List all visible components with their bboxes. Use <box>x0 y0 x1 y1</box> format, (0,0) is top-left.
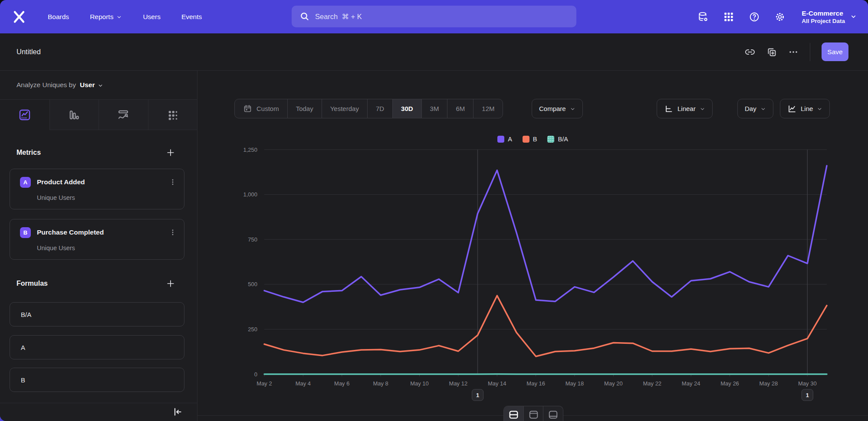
svg-text:May 12: May 12 <box>449 380 468 387</box>
project-selector[interactable]: E-Commerce All Project Data <box>802 9 857 24</box>
date-range-control: CustomTodayYesterday7D30D3M6M12M <box>234 99 503 118</box>
chart-type-label: Line <box>801 105 813 112</box>
chart-type-button[interactable]: Line <box>780 99 830 118</box>
svg-text:May 2: May 2 <box>256 380 272 387</box>
svg-text:May 6: May 6 <box>334 380 349 387</box>
range-3m[interactable]: 3M <box>422 99 448 118</box>
kebab-menu-icon[interactable] <box>168 228 177 237</box>
search-icon <box>299 11 310 22</box>
interval-label: Day <box>745 105 756 112</box>
formula-card[interactable]: A <box>10 335 184 359</box>
svg-text:1,000: 1,000 <box>243 191 257 198</box>
add-metric-icon[interactable] <box>166 148 175 157</box>
svg-text:May 20: May 20 <box>604 380 623 387</box>
chart-panel: CustomTodayYesterday7D30D3M6M12M Compare… <box>197 71 868 421</box>
layout-toggle-group <box>503 406 563 421</box>
metric-card[interactable]: BPurchase CompletedUnique Users <box>10 219 184 260</box>
analyze-by-selector[interactable]: User <box>80 81 103 89</box>
tab-flows[interactable] <box>99 100 148 130</box>
annotation-badge[interactable]: 1 <box>802 389 813 401</box>
layout-table-view-button[interactable] <box>543 406 563 421</box>
svg-text:1,250: 1,250 <box>243 147 257 153</box>
nav-item-reports[interactable]: Reports <box>90 13 122 21</box>
chart-legend: ABB/A <box>197 136 868 143</box>
divider <box>810 43 810 61</box>
analyze-by-value: User <box>80 81 95 89</box>
app-window: BoardsReportsUsersEvents <box>0 0 868 421</box>
metric-subtitle: Unique Users <box>37 245 75 251</box>
range-yesterday[interactable]: Yesterday <box>322 99 368 118</box>
compare-label: Compare <box>539 105 566 112</box>
tab-funnels[interactable] <box>49 100 99 130</box>
legend-label: B <box>533 136 537 143</box>
legend-label: B/A <box>558 136 568 143</box>
interval-button[interactable]: Day <box>737 99 773 118</box>
global-search <box>292 6 576 27</box>
chevron-down-icon <box>116 14 122 20</box>
legend-label: A <box>508 136 512 143</box>
trend-line-chart[interactable]: 02505007501,0001,25011May 2May 4May 6May… <box>197 147 868 415</box>
report-title[interactable]: Untitled <box>16 48 41 56</box>
svg-text:750: 750 <box>248 236 257 243</box>
annotation-badge[interactable]: 1 <box>472 389 483 401</box>
settings-gear-icon[interactable] <box>774 11 786 23</box>
svg-text:1: 1 <box>806 392 809 398</box>
divider <box>0 403 197 403</box>
svg-text:May 24: May 24 <box>682 380 700 387</box>
range-6m[interactable]: 6M <box>447 99 473 118</box>
report-header: Untitled Save <box>0 33 868 71</box>
mixpanel-logo-icon[interactable] <box>11 9 27 25</box>
svg-text:May 8: May 8 <box>373 380 388 387</box>
search-input[interactable] <box>292 6 576 27</box>
project-name: E-Commerce <box>802 9 845 17</box>
nav-item-events[interactable]: Events <box>181 13 202 21</box>
more-options-icon[interactable] <box>788 47 799 57</box>
collapse-sidebar-icon[interactable] <box>172 406 183 418</box>
metric-name: Purchase Completed <box>37 228 168 236</box>
report-type-tabs <box>0 100 197 130</box>
chevron-down-icon <box>700 106 705 111</box>
layout-split-view-button[interactable] <box>504 406 524 421</box>
svg-text:May 26: May 26 <box>720 380 739 387</box>
tab-retention[interactable] <box>148 100 197 130</box>
svg-text:May 16: May 16 <box>526 380 545 387</box>
svg-text:1: 1 <box>476 392 479 398</box>
scale-button[interactable]: Linear <box>657 99 713 118</box>
data-management-icon[interactable] <box>697 11 709 23</box>
project-scope: All Project Data <box>802 18 845 24</box>
range-today[interactable]: Today <box>288 99 322 118</box>
range-7d[interactable]: 7D <box>368 99 393 118</box>
chevron-down-icon <box>817 106 822 111</box>
nav-item-boards[interactable]: Boards <box>48 13 69 21</box>
range-12m[interactable]: 12M <box>473 99 503 118</box>
duplicate-icon[interactable] <box>766 47 777 57</box>
range-30d[interactable]: 30D <box>393 99 422 118</box>
copy-link-icon[interactable] <box>745 47 755 57</box>
legend-item[interactable]: B/A <box>547 136 568 143</box>
nav-item-users[interactable]: Users <box>143 13 160 21</box>
metric-card[interactable]: AProduct AddedUnique Users <box>10 169 184 209</box>
formula-label: A <box>21 344 25 351</box>
save-button[interactable]: Save <box>822 42 848 61</box>
formulas-header: Formulas <box>16 276 175 291</box>
formula-card[interactable]: B/A <box>10 302 184 326</box>
series-line-a <box>264 166 827 302</box>
metrics-header: Metrics <box>16 145 175 160</box>
range-custom[interactable]: Custom <box>235 99 288 118</box>
apps-grid-icon[interactable] <box>723 11 734 23</box>
help-icon[interactable] <box>749 11 760 23</box>
legend-item[interactable]: A <box>497 136 512 143</box>
tab-insights[interactable] <box>0 100 49 130</box>
analyze-by-row: Analyze Uniques by User <box>0 71 197 100</box>
legend-swatch <box>497 136 504 143</box>
compare-button[interactable]: Compare <box>532 99 583 118</box>
layout-chart-view-button[interactable] <box>524 406 544 421</box>
top-nav: BoardsReportsUsersEvents <box>0 0 868 33</box>
kebab-menu-icon[interactable] <box>168 178 177 186</box>
add-formula-icon[interactable] <box>166 279 175 288</box>
chevron-down-icon <box>570 106 575 111</box>
svg-text:May 14: May 14 <box>488 380 506 387</box>
legend-item[interactable]: B <box>523 136 537 143</box>
formula-card[interactable]: B <box>10 368 184 392</box>
nav-menu: BoardsReportsUsersEvents <box>48 13 202 21</box>
